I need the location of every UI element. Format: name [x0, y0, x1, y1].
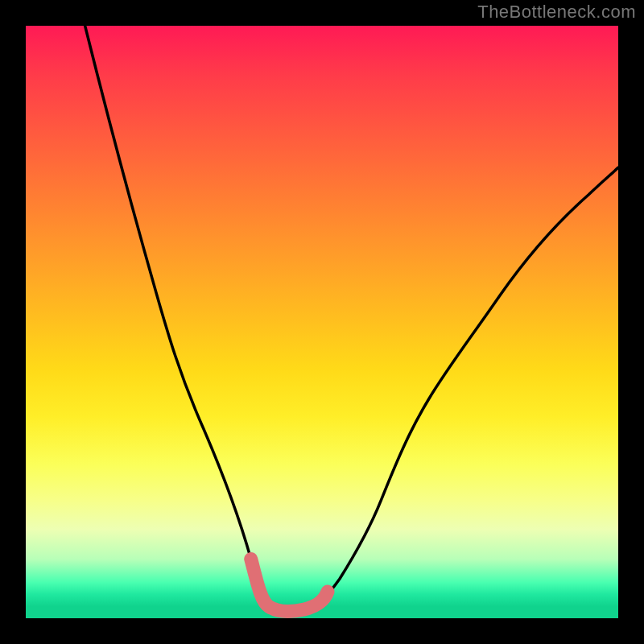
bottleneck-curve [85, 26, 618, 612]
chart-frame: TheBottleneck.com [0, 0, 644, 644]
watermark-text: TheBottleneck.com [477, 2, 636, 23]
bottleneck-curve-svg [26, 26, 618, 618]
plot-area [26, 26, 618, 618]
accent-segment [251, 559, 328, 611]
